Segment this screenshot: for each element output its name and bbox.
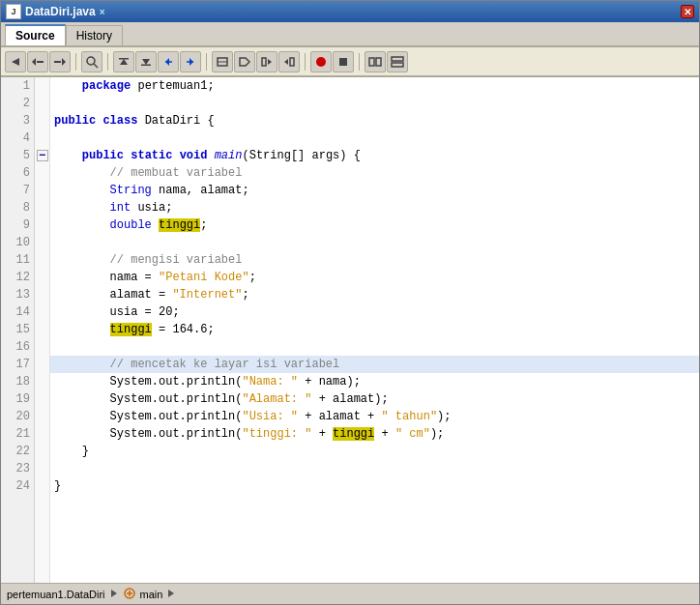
sep-1 (75, 53, 76, 71)
fold-12 (35, 266, 50, 283)
toolbar-next-btn[interactable] (180, 51, 201, 72)
close-button[interactable]: ✕ (681, 5, 694, 18)
title-close-marker: × (100, 7, 105, 17)
svg-rect-26 (392, 57, 403, 61)
svg-rect-3 (54, 61, 61, 63)
fold-5[interactable]: − (37, 150, 48, 161)
fold-10 (35, 231, 50, 248)
ln-10: 10 (1, 234, 34, 251)
ln-21: 21 (1, 425, 34, 443)
tab-history[interactable]: History (66, 25, 123, 45)
toolbar-jump1[interactable] (256, 51, 277, 72)
fold-18 (35, 370, 50, 388)
line-24: } (50, 477, 699, 495)
line-9: double tinggi; (50, 216, 699, 234)
line-5: public static void main(String[] args) { (50, 147, 699, 164)
breadcrumb-arrow-1 (109, 589, 119, 600)
fold-9 (35, 214, 50, 231)
line-numbers: 1 2 3 4 5 6 7 8 9 10 11 12 13 14 15 16 1… (1, 77, 35, 583)
toolbar-group-1 (5, 51, 71, 72)
toolbar-btn-back[interactable] (5, 51, 26, 72)
breadcrumb-package: pertemuan1.DataDiri (7, 589, 105, 600)
fold-6 (35, 161, 50, 179)
ln-11: 11 (1, 251, 34, 269)
tab-bar: Source History (1, 22, 699, 47)
toolbar-view1[interactable] (365, 51, 386, 72)
ln-24: 24 (1, 477, 34, 495)
ln-4: 4 (1, 130, 34, 147)
svg-point-5 (87, 57, 95, 65)
breadcrumb-method: main (140, 589, 163, 600)
svg-rect-23 (339, 58, 347, 66)
line-19: System.out.println("Alamat: " + alamat); (50, 390, 699, 408)
toolbar-group-view (365, 51, 408, 72)
fold-23 (35, 457, 50, 475)
line-13: alamat = "Internet"; (50, 286, 699, 303)
window-title: DataDiri.java (25, 5, 96, 18)
toolbar-prev-btn[interactable] (158, 51, 179, 72)
toolbar-group-search (81, 51, 102, 72)
svg-rect-10 (141, 64, 151, 66)
toolbar-group-debug (310, 51, 354, 72)
fold-11 (35, 248, 50, 266)
svg-marker-7 (120, 59, 128, 65)
toolbar (1, 47, 699, 76)
fold-8 (35, 196, 50, 214)
fold-13 (35, 283, 50, 301)
tab-source[interactable]: Source (5, 24, 66, 45)
fold-4 (35, 130, 50, 147)
toolbar-group-more (212, 51, 300, 72)
line-16 (50, 338, 699, 356)
toolbar-btn-nav1[interactable] (27, 51, 48, 72)
ln-9: 9 (1, 216, 34, 234)
fold-17 (35, 353, 50, 370)
toolbar-toggle2[interactable] (234, 51, 255, 72)
svg-marker-28 (111, 590, 117, 597)
toolbar-jump2[interactable] (278, 51, 300, 72)
line-20: System.out.println("Usia: " + alamat + "… (50, 408, 699, 425)
toolbar-up-btn[interactable] (113, 51, 134, 72)
ln-8: 8 (1, 199, 34, 216)
fold-1 (35, 77, 50, 95)
ln-5: 5 (1, 147, 34, 164)
fold-16 (35, 335, 50, 353)
file-icon: J (6, 4, 21, 19)
toolbar-btn-nav2[interactable] (49, 51, 71, 72)
ln-16: 16 (1, 338, 34, 356)
line-6: // membuat variabel (50, 164, 699, 182)
ln-19: 19 (1, 390, 34, 408)
ln-1: 1 (1, 77, 34, 95)
line-2 (50, 95, 699, 112)
toolbar-down-btn[interactable] (135, 51, 157, 72)
ln-2: 2 (1, 95, 34, 112)
toolbar-stop2-btn[interactable] (333, 51, 354, 72)
svg-rect-2 (37, 61, 44, 63)
line-10 (50, 234, 699, 251)
toolbar-group-nav (113, 51, 201, 72)
line-17: // mencetak ke layar isi variabel (50, 356, 699, 373)
sep-3 (206, 53, 207, 71)
svg-rect-27 (392, 63, 403, 67)
svg-marker-17 (240, 58, 249, 66)
sep-4 (305, 53, 306, 71)
fold-14 (35, 301, 50, 318)
svg-marker-1 (32, 58, 36, 66)
line-18: System.out.println("Nama: " + nama); (50, 373, 699, 390)
line-11: // mengisi variabel (50, 251, 699, 269)
fold-22 (35, 440, 50, 457)
toolbar-toggle1[interactable] (212, 51, 233, 72)
code-editor: 1 2 3 4 5 6 7 8 9 10 11 12 13 14 15 16 1… (1, 77, 699, 583)
toolbar-search-btn[interactable] (81, 51, 102, 72)
svg-marker-20 (284, 59, 288, 65)
svg-line-6 (94, 64, 98, 68)
fold-20 (35, 405, 50, 422)
code-content[interactable]: package pertemuan1; public class DataDir… (50, 77, 699, 583)
ln-22: 22 (1, 443, 34, 460)
fold-15 (35, 318, 50, 335)
ln-3: 3 (1, 112, 34, 130)
line-7: String nama, alamat; (50, 182, 699, 199)
line-14: usia = 20; (50, 303, 699, 321)
toolbar-stop-btn[interactable] (310, 51, 332, 72)
svg-marker-19 (268, 59, 272, 65)
toolbar-view2[interactable] (387, 51, 408, 72)
